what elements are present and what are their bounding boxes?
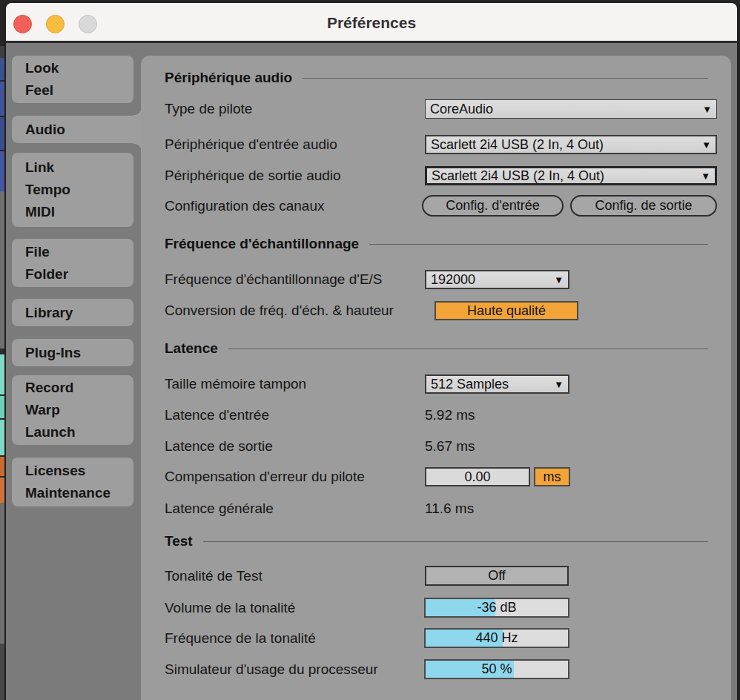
io-sample-rate-label: Fréquence d'échantillonnage d'E/S [165,270,383,289]
tone-frequency-label: Fréquence de la tonalité [165,628,316,648]
channel-config-label: Configuration des canaux [165,195,324,217]
cpu-usage-simulator-row: Simulateur d'usage du processeur 50 % [141,659,731,679]
tone-volume-label: Volume de la tonalité [165,598,295,618]
chevron-down-icon: ▼ [701,171,710,182]
driver-error-compensation-input[interactable]: 0.00 [425,467,530,486]
section-divider [369,244,708,245]
section-header-latency: Latence [165,339,708,358]
input-device-dropdown[interactable]: Scarlett 2i4 USB (2 In, 4 Out) ▼ [425,135,717,154]
buffer-size-row: Taille mémoire tampon 512 Samples ▼ [141,374,731,394]
driver-type-dropdown[interactable]: CoreAudio ▼ [425,99,717,119]
tab-label: MIDI [25,201,133,223]
input-device-row: Périphérique d'entrée audio Scarlett 2i4… [141,135,731,154]
output-latency-label: Latence de sortie [165,437,273,456]
section-header-audio-device: Périphérique audio [165,68,708,88]
tab-label: Maintenance [25,482,133,504]
buffer-size-value: 512 Samples [431,377,551,392]
section-title: Latence [165,340,218,357]
input-config-button[interactable]: Config. d'entrée [422,195,564,217]
input-latency-value: 5.92 ms [425,406,475,425]
input-latency-row: Latence d'entrée 5.92 ms [141,406,731,425]
title-bar[interactable]: Préférences [6,3,737,43]
tab-label: Link [25,156,133,179]
section-divider [203,541,708,542]
tab-audio-selected[interactable]: Audio [12,116,133,143]
tab-label: Audio [25,119,133,141]
ms-unit-label: ms [544,469,561,485]
chevron-down-icon: ▼ [554,274,564,285]
chevron-down-icon: ▼ [701,139,711,151]
section-title: Fréquence d'échantillonnage [165,236,359,252]
tab-look-feel[interactable]: Look Feel [12,56,133,103]
section-title: Périphérique audio [165,70,292,86]
tab-label: Feel [25,79,133,102]
output-device-dropdown-focused[interactable]: Scarlett 2i4 USB (2 In, 4 Out) ▼ [425,166,717,185]
audio-settings-panel: Périphérique audio Type de pilote CoreAu… [141,56,731,700]
test-tone-toggle[interactable]: Off [425,566,569,586]
channel-config-row: Configuration des canaux Config. d'entré… [141,195,731,217]
output-device-label: Périphérique de sortie audio [165,166,341,185]
output-latency-row: Latence de sortie 5.67 ms [141,437,731,456]
input-device-label: Périphérique d'entrée audio [165,135,337,154]
tone-frequency-value: 440 Hz [426,630,568,647]
screen: Préférences Look Feel Audio Link Tempo M… [0,0,740,700]
output-latency-value: 5.67 ms [425,437,475,456]
preferences-window: Préférences Look Feel Audio Link Tempo M… [4,1,739,700]
test-tone-label: Tonalité de Test [165,566,262,586]
tab-file-folder[interactable]: File Folder [12,239,133,287]
input-latency-label: Latence d'entrée [165,406,269,425]
high-quality-toggle-label: Haute qualité [467,303,546,319]
tab-label: File [25,241,133,263]
driver-error-compensation-label: Compensation d'erreur du pilote [165,467,365,486]
tone-volume-value: -36 dB [426,599,568,616]
output-config-button-label: Config. de sortie [595,198,692,214]
tab-plug-ins[interactable]: Plug-Ins [12,339,133,366]
cpu-usage-simulator-slider[interactable]: 50 % [424,659,569,679]
tab-label: Record [25,377,133,399]
tab-label: Warp [25,399,133,421]
driver-type-value: CoreAudio [430,102,699,117]
section-divider [228,349,708,349]
window-title: Préférences [6,3,737,43]
io-sample-rate-value: 192000 [431,272,551,288]
test-tone-row: Tonalité de Test Off [141,566,731,586]
section-header-sample-rate: Fréquence d'échantillonnage [165,234,708,254]
overall-latency-row: Latence générale 11.6 ms [141,499,731,518]
tab-label: Plug-Ins [25,342,133,364]
tab-label: Library [25,302,133,324]
output-device-row: Périphérique de sortie audio Scarlett 2i… [141,166,731,185]
driver-type-label: Type de pilote [165,99,252,119]
io-sample-rate-row: Fréquence d'échantillonnage d'E/S 192000… [141,270,731,289]
conversion-label: Conversion de fréq. d'éch. & hauteur [165,301,394,320]
input-config-button-label: Config. d'entrée [446,198,540,214]
tab-record-warp-launch[interactable]: Record Warp Launch [12,375,133,445]
overall-latency-value: 11.6 ms [425,499,474,518]
high-quality-toggle[interactable]: Haute qualité [435,301,578,320]
chevron-down-icon: ▼ [554,379,564,390]
tab-label: Launch [25,421,133,443]
ms-unit-button[interactable]: ms [534,467,570,486]
section-title: Test [165,533,193,549]
cpu-usage-simulator-value: 50 % [426,661,568,678]
input-device-value: Scarlett 2i4 USB (2 In, 4 Out) [431,137,698,153]
buffer-size-dropdown[interactable]: 512 Samples ▼ [425,374,569,394]
overall-latency-label: Latence générale [165,499,274,518]
driver-error-compensation-row: Compensation d'erreur du pilote 0.00 ms [141,467,731,486]
output-config-button[interactable]: Config. de sortie [570,195,717,217]
tone-frequency-slider[interactable]: 440 Hz [424,628,569,648]
tab-label: Tempo [25,179,133,201]
tab-label: Licenses [25,460,133,482]
tone-volume-slider[interactable]: -36 dB [424,598,569,618]
tab-library[interactable]: Library [12,299,133,326]
driver-error-compensation-value: 0.00 [464,469,490,485]
io-sample-rate-dropdown[interactable]: 192000 ▼ [425,270,569,289]
tab-label: Look [25,57,133,79]
section-header-test: Test [165,532,708,551]
tone-frequency-row: Fréquence de la tonalité 440 Hz [141,628,731,648]
test-tone-value: Off [488,568,506,584]
tab-link-tempo-midi[interactable]: Link Tempo MIDI [12,153,133,227]
cpu-usage-simulator-label: Simulateur d'usage du processeur [165,659,378,679]
section-divider [303,78,708,79]
tab-licenses-maintenance[interactable]: Licenses Maintenance [12,458,133,506]
conversion-row: Conversion de fréq. d'éch. & hauteur Hau… [141,301,731,320]
